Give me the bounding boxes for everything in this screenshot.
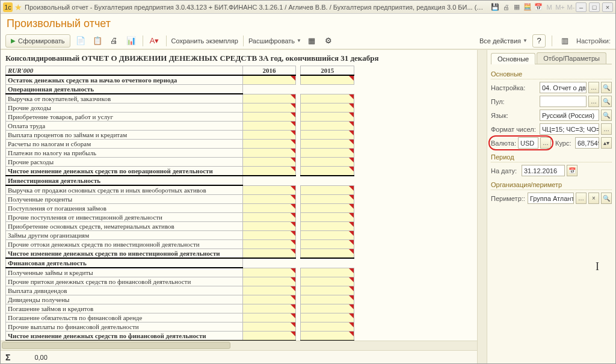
value-cell-y1[interactable]	[242, 122, 296, 131]
value-cell-y2[interactable]	[301, 94, 354, 103]
value-cell-y1[interactable]	[242, 277, 296, 286]
save-copy-link[interactable]: Сохранить экземпляр	[171, 37, 238, 45]
report-area[interactable]: Консолидированный ОТЧЕТ О ДВИЖЕНИИ ДЕНЕЖ…	[1, 50, 477, 341]
value-cell-y2[interactable]	[301, 222, 354, 231]
save-icon[interactable]: 💾	[490, 2, 500, 12]
chart-icon[interactable]: 📊	[125, 34, 138, 48]
perimeter-clear-button[interactable]: ×	[588, 193, 599, 204]
pool-select-button[interactable]: …	[588, 96, 599, 107]
setting-input[interactable]: 04. Отчет о движении денеж	[540, 82, 587, 93]
value-cell-y2[interactable]	[301, 122, 354, 131]
value-cell-y2[interactable]	[301, 185, 354, 195]
generate-button[interactable]: ▶ Сформировать	[5, 34, 70, 48]
paste-icon[interactable]: 📋	[91, 34, 104, 48]
value-cell-y2[interactable]	[301, 268, 354, 277]
value-cell-y1[interactable]	[242, 240, 296, 249]
all-actions-link[interactable]: Все действия▼	[479, 37, 528, 45]
m-minus-icon[interactable]: M-	[566, 2, 576, 12]
value-cell-y1[interactable]	[242, 322, 296, 332]
m-icon[interactable]: M	[544, 2, 554, 12]
date-input[interactable]: 31.12.2016	[522, 165, 565, 176]
value-cell-y1[interactable]	[242, 295, 296, 304]
perimeter-input[interactable]: Группа Атлантика	[528, 193, 574, 204]
value-cell-y2[interactable]	[301, 113, 354, 122]
value-cell-y2[interactable]	[301, 249, 354, 259]
value-cell-y2[interactable]	[301, 140, 354, 149]
value-cell-y1[interactable]	[242, 158, 296, 167]
minimize-button[interactable]: –	[576, 2, 587, 12]
value-cell-y2[interactable]	[301, 295, 354, 304]
pool-search-button[interactable]: 🔍	[601, 96, 612, 107]
vertical-scrollbar[interactable]	[477, 50, 487, 363]
setting-select-button[interactable]: …	[588, 82, 599, 93]
value-cell-y1[interactable]	[242, 113, 296, 122]
help-icon[interactable]: ?	[532, 34, 546, 48]
numfmt-input[interactable]: ЧЦ=15; ЧС=3; ЧО=0	[540, 123, 599, 135]
value-cell-y2[interactable]	[301, 313, 354, 322]
decode-link[interactable]: Расшифровать▼	[248, 37, 301, 45]
value-cell-y1[interactable]	[242, 231, 296, 240]
value-cell-y1[interactable]	[242, 103, 296, 113]
tab-filter[interactable]: Отбор/Параметры	[537, 52, 606, 64]
value-cell-y1[interactable]	[242, 222, 296, 231]
grid-icon[interactable]: ▦	[305, 34, 318, 48]
panel-icon[interactable]: ▥	[558, 34, 571, 48]
print-icon[interactable]: 🖨	[108, 34, 121, 48]
value-cell-y1[interactable]	[242, 304, 296, 313]
currency-input[interactable]: USD	[518, 137, 538, 149]
date-picker-button[interactable]: 📅	[567, 165, 578, 176]
value-cell-y2[interactable]	[301, 195, 354, 204]
value-cell-y2[interactable]	[301, 231, 354, 240]
lang-input[interactable]: Русский (Россия)	[540, 110, 599, 121]
value-cell-y1[interactable]	[242, 75, 296, 85]
value-cell-y2[interactable]	[301, 204, 354, 213]
setting-search-button[interactable]: 🔍	[601, 82, 612, 93]
value-cell-y1[interactable]	[242, 204, 296, 213]
tab-main[interactable]: Основные	[491, 53, 535, 64]
close-button[interactable]: ×	[602, 2, 613, 12]
value-cell-y1[interactable]	[242, 313, 296, 322]
value-cell-y1[interactable]	[242, 286, 296, 295]
value-cell-y1[interactable]	[242, 185, 296, 195]
m-plus-icon[interactable]: M+	[555, 2, 565, 12]
calendar-icon[interactable]: 📅	[534, 2, 543, 12]
print-icon[interactable]: 🖨	[501, 2, 511, 12]
value-cell-y1[interactable]	[242, 94, 296, 103]
value-cell-y1[interactable]	[242, 332, 296, 341]
view1-icon[interactable]: ▦	[512, 2, 522, 12]
lang-search-button[interactable]: 🔍	[601, 110, 612, 121]
perimeter-select-button[interactable]: …	[576, 193, 587, 204]
numfmt-select-button[interactable]: …	[601, 123, 612, 135]
value-cell-y2[interactable]	[301, 304, 354, 313]
pool-input[interactable]	[540, 96, 587, 107]
value-cell-y1[interactable]	[242, 167, 296, 176]
fav-icon[interactable]: ★	[14, 2, 22, 12]
rate-input[interactable]: 68,7549	[575, 137, 599, 149]
horizontal-scrollbar[interactable]	[1, 341, 477, 350]
value-cell-y2[interactable]	[301, 131, 354, 140]
value-cell-y2[interactable]	[301, 158, 354, 167]
value-cell-y1[interactable]	[242, 140, 296, 149]
value-cell-y2[interactable]	[301, 149, 354, 158]
value-cell-y2[interactable]	[301, 277, 354, 286]
rate-spin-button[interactable]: ▴▾	[601, 137, 612, 149]
value-cell-y1[interactable]	[242, 149, 296, 158]
perimeter-search-button[interactable]: 🔍	[601, 193, 612, 204]
value-cell-y1[interactable]	[242, 131, 296, 140]
currency-select-button[interactable]: …	[540, 137, 551, 149]
calc-icon[interactable]: 🧮	[523, 2, 532, 12]
maximize-button[interactable]: □	[589, 2, 600, 12]
value-cell-y2[interactable]	[301, 103, 354, 113]
copy-icon[interactable]: 📄	[74, 34, 87, 48]
tool-icon[interactable]: ⚙	[322, 34, 335, 48]
value-cell-y2[interactable]	[301, 240, 354, 249]
value-cell-y1[interactable]	[242, 249, 296, 259]
value-cell-y2[interactable]	[301, 167, 354, 176]
value-cell-y2[interactable]	[301, 322, 354, 332]
font-icon[interactable]: A▾	[148, 34, 161, 48]
value-cell-y1[interactable]	[242, 195, 296, 204]
value-cell-y1[interactable]	[242, 268, 296, 277]
value-cell-y1[interactable]	[242, 213, 296, 222]
value-cell-y2[interactable]	[301, 75, 354, 85]
value-cell-y2[interactable]	[301, 213, 354, 222]
